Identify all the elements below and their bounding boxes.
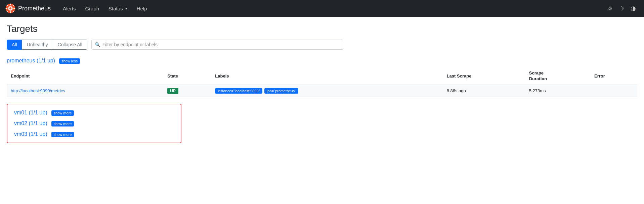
vm03-show-more-badge[interactable]: show more bbox=[51, 132, 74, 137]
label-job: job="prometheus" bbox=[264, 88, 298, 94]
search-input[interactable] bbox=[91, 40, 343, 50]
help-link[interactable]: Help bbox=[133, 3, 151, 14]
col-state: State bbox=[163, 68, 211, 85]
page-title: Targets bbox=[7, 23, 637, 34]
list-item: vm03 (1/1 up) show more bbox=[14, 131, 174, 137]
navbar: Prometheus Alerts Graph Status ▾ Help ⚙ … bbox=[0, 0, 644, 17]
filter-bar: All Unhealthy Collapse All 🔍 bbox=[7, 40, 637, 50]
search-wrapper: 🔍 bbox=[91, 40, 343, 50]
table-header: Endpoint State Labels Last Scrape Scrape… bbox=[7, 68, 637, 85]
theme-button[interactable]: ☽ bbox=[616, 3, 627, 14]
settings-button[interactable]: ⚙ bbox=[605, 3, 615, 14]
main-content: Targets All Unhealthy Collapse All 🔍 pro… bbox=[0, 17, 644, 150]
vm02-group-title[interactable]: vm02 (1/1 up) bbox=[14, 120, 47, 126]
state-badge: UP bbox=[167, 88, 178, 94]
navbar-right: ⚙ ☽ ◑ bbox=[605, 3, 639, 14]
status-label: Status bbox=[109, 6, 123, 11]
alerts-link[interactable]: Alerts bbox=[59, 3, 80, 14]
contrast-button[interactable]: ◑ bbox=[628, 3, 639, 14]
label-instance: instance="localhost:9090" bbox=[215, 88, 262, 94]
brand-link[interactable]: Prometheus bbox=[5, 3, 51, 13]
show-less-badge[interactable]: show less bbox=[59, 58, 80, 64]
collapse-all-btn[interactable]: Collapse All bbox=[53, 40, 87, 50]
search-icon: 🔍 bbox=[95, 42, 100, 47]
collapsed-groups-box: vm01 (1/1 up) show more vm02 (1/1 up) sh… bbox=[7, 104, 181, 143]
prometheus-group-header: prometheus (1/1 up) show less bbox=[7, 58, 637, 64]
vm02-show-more-badge[interactable]: show more bbox=[51, 121, 74, 126]
filter-all-btn[interactable]: All bbox=[7, 40, 22, 50]
table-row: http://localhost:9090/metrics UP instanc… bbox=[7, 85, 637, 97]
status-dropdown[interactable]: Status ▾ bbox=[104, 3, 131, 14]
vm01-show-more-badge[interactable]: show more bbox=[51, 110, 74, 116]
col-scrape-duration: ScrapeDuration bbox=[525, 68, 590, 85]
vm03-group-title[interactable]: vm03 (1/1 up) bbox=[14, 131, 47, 137]
scrape-duration-cell: 5.273ms bbox=[525, 85, 590, 97]
list-item: vm01 (1/1 up) show more bbox=[14, 110, 174, 116]
prometheus-logo bbox=[5, 3, 15, 13]
col-last-scrape: Last Scrape bbox=[443, 68, 525, 85]
col-error: Error bbox=[590, 68, 637, 85]
endpoint-cell: http://localhost:9090/metrics bbox=[7, 85, 163, 97]
labels-cell: instance="localhost:9090" job="prometheu… bbox=[211, 85, 442, 97]
col-labels: Labels bbox=[211, 68, 442, 85]
svg-point-2 bbox=[9, 7, 11, 9]
targets-table: Endpoint State Labels Last Scrape Scrape… bbox=[7, 68, 637, 97]
chevron-down-icon: ▾ bbox=[125, 6, 127, 11]
graph-link[interactable]: Graph bbox=[81, 3, 103, 14]
prometheus-group-title[interactable]: prometheus (1/1 up) bbox=[7, 58, 55, 63]
nav-links: Alerts Graph Status ▾ Help bbox=[59, 3, 602, 14]
endpoint-link[interactable]: http://localhost:9090/metrics bbox=[11, 88, 65, 93]
filter-buttons: All Unhealthy Collapse All bbox=[7, 40, 87, 50]
list-item: vm02 (1/1 up) show more bbox=[14, 120, 174, 126]
error-cell bbox=[590, 85, 637, 97]
state-cell: UP bbox=[163, 85, 211, 97]
vm01-group-title[interactable]: vm01 (1/1 up) bbox=[14, 110, 47, 115]
filter-unhealthy-btn[interactable]: Unhealthy bbox=[22, 40, 53, 50]
brand-name: Prometheus bbox=[18, 5, 51, 12]
last-scrape-cell: 8.86s ago bbox=[443, 85, 525, 97]
table-body: http://localhost:9090/metrics UP instanc… bbox=[7, 85, 637, 97]
col-endpoint: Endpoint bbox=[7, 68, 163, 85]
